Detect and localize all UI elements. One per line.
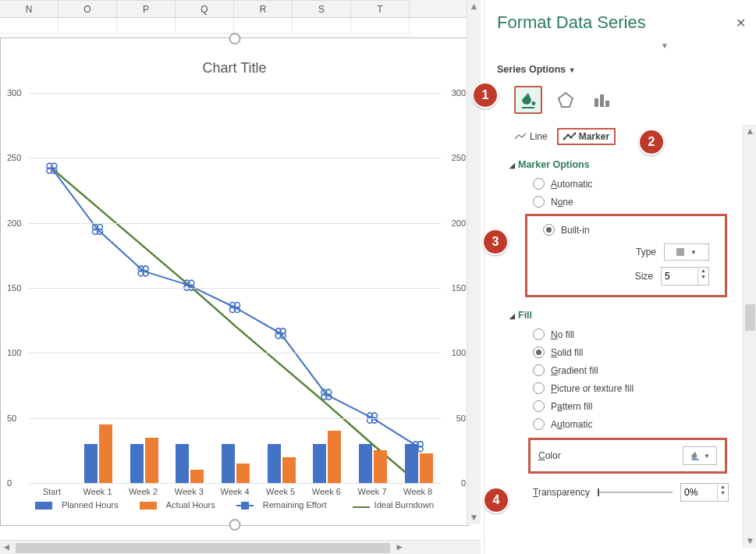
pane-vertical-scrollbar[interactable]: ▲ ▼ — [743, 125, 756, 548]
legend-planned[interactable]: Planned Hours — [30, 500, 123, 510]
series-options-dropdown[interactable]: Series Options ▼ — [484, 58, 756, 86]
tab-marker[interactable]: Marker — [557, 128, 616, 145]
scroll-up-arrow[interactable]: ▲ — [467, 0, 481, 13]
x-tick-label: Week 6 — [303, 487, 349, 496]
bar-actual[interactable] — [145, 438, 158, 483]
col-t[interactable]: T — [351, 0, 410, 17]
series-options-category-icon[interactable] — [589, 87, 614, 112]
y-tick-label: 50 — [7, 414, 16, 423]
legend-actual[interactable]: Actual Hours — [135, 500, 220, 510]
marker-builtin-option[interactable]: Built-in — [535, 221, 717, 239]
size-label: Size — [616, 271, 653, 282]
y2-tick-label: 100 — [452, 348, 466, 357]
col-r[interactable]: R — [234, 0, 293, 17]
fill-automatic-option[interactable]: Automatic — [492, 415, 736, 433]
x-tick-label: Week 4 — [212, 487, 257, 496]
transparency-label: Transparency — [533, 487, 590, 498]
scroll-down-arrow[interactable]: ▼ — [744, 534, 756, 548]
transparency-row: Transparency ▲▼ — [492, 477, 736, 502]
fill-picture-option[interactable]: Picture or texture fill — [492, 379, 736, 397]
y2-tick-label: 250 — [452, 153, 466, 162]
sheet-horizontal-scrollbar[interactable]: ◄ ► — [0, 540, 481, 554]
marker-size-input[interactable] — [662, 268, 697, 285]
legend-ideal[interactable]: Ideal Burndown — [343, 500, 438, 510]
fill-gradient-option[interactable]: Gradient fill — [492, 361, 736, 379]
scroll-right-arrow[interactable]: ► — [393, 541, 406, 554]
fill-color-button[interactable]: ▼ — [683, 446, 717, 465]
bar-planned[interactable] — [268, 444, 281, 483]
y2-tick-label: 150 — [452, 283, 466, 293]
col-o[interactable]: O — [59, 0, 117, 17]
transparency-spinner[interactable]: ▲▼ — [680, 483, 729, 502]
bar-planned[interactable] — [405, 444, 418, 483]
marker-size-spinner[interactable]: ▲▼ — [661, 267, 709, 286]
bar-actual[interactable] — [190, 470, 204, 483]
col-p[interactable]: P — [117, 0, 176, 17]
fill-solid-option[interactable]: Solid fill — [492, 343, 736, 361]
bar-planned[interactable] — [359, 444, 372, 483]
bar-actual[interactable] — [282, 457, 296, 483]
bar-planned[interactable] — [313, 444, 326, 483]
spreadsheet-area: N O P Q R S T Chart Title 00505010010015… — [0, 0, 481, 554]
scroll-left-arrow[interactable]: ◄ — [0, 541, 13, 554]
y-tick-label: 150 — [7, 283, 21, 293]
close-icon[interactable]: ✕ — [736, 16, 746, 30]
transparency-slider[interactable] — [598, 492, 673, 493]
y-tick-label: 100 — [7, 348, 21, 357]
fill-pattern-option[interactable]: Pattern fill — [492, 397, 736, 415]
section-marker-options[interactable]: ◢Marker Options — [492, 153, 736, 175]
plot-area[interactable]: 005050100100150150200200250250300300Star… — [29, 93, 441, 483]
column-header-row: N O P Q R S T — [0, 0, 481, 18]
callout-1: 1 — [472, 82, 499, 108]
tab-line[interactable]: Line — [514, 131, 548, 142]
marker-type-row: Type ▼ — [535, 239, 717, 262]
callout-2: 2 — [638, 129, 665, 155]
section-fill[interactable]: ◢Fill — [492, 304, 736, 325]
legend-remaining[interactable]: Remaining Effort — [232, 500, 332, 510]
remaining-effort-marker[interactable] — [230, 303, 240, 313]
x-tick-label: Start — [29, 487, 74, 496]
bar-actual[interactable] — [328, 431, 341, 483]
chart-legend[interactable]: Planned Hours Actual Hours Remaining Eff… — [1, 500, 468, 510]
row-2[interactable] — [0, 18, 481, 34]
marker-automatic-option[interactable]: Automatic — [492, 175, 736, 193]
svg-point-41 — [566, 134, 569, 137]
y-tick-label: 300 — [7, 88, 21, 98]
transparency-input[interactable] — [681, 484, 717, 501]
scroll-down-arrow[interactable]: ▼ — [467, 511, 481, 524]
col-q[interactable]: Q — [176, 0, 234, 17]
chart-resize-handle-bottom[interactable] — [229, 519, 240, 531]
sheet-vertical-scrollbar[interactable]: ▲ ▼ — [467, 0, 481, 524]
col-n[interactable]: N — [0, 0, 59, 17]
marker-size-row: Size ▲▼ — [535, 262, 717, 287]
chart-title[interactable]: Chart Title — [1, 60, 468, 76]
effects-category-icon[interactable] — [553, 87, 578, 112]
bar-planned[interactable] — [176, 444, 189, 483]
color-label: Color — [538, 450, 561, 461]
bar-actual[interactable] — [420, 453, 433, 483]
bar-planned[interactable] — [130, 444, 144, 483]
y2-tick-label: 0 — [461, 478, 466, 488]
scroll-up-arrow[interactable]: ▲ — [744, 125, 756, 138]
marker-type-dropdown[interactable]: ▼ — [664, 243, 709, 261]
fill-line-category-icon[interactable] — [514, 86, 542, 114]
bar-planned[interactable] — [84, 444, 98, 483]
x-tick-label: Week 3 — [166, 487, 211, 496]
bar-actual[interactable] — [99, 424, 112, 483]
pane-menu-dropdown[interactable]: ▼ — [661, 41, 669, 50]
chart-resize-handle-top[interactable] — [229, 33, 240, 44]
bar-planned[interactable] — [222, 444, 235, 483]
col-s[interactable]: S — [293, 0, 351, 17]
bar-actual[interactable] — [374, 450, 387, 483]
spinner-arrows[interactable]: ▲▼ — [697, 268, 708, 285]
bar-actual[interactable] — [236, 463, 250, 483]
chart-object[interactable]: Chart Title 0050501001001501502002002502… — [0, 37, 469, 526]
svg-rect-37 — [595, 98, 598, 107]
spinner-arrows[interactable]: ▲▼ — [717, 484, 728, 501]
line-marker-tabs: Line Marker — [492, 125, 736, 153]
scroll-thumb[interactable] — [16, 543, 390, 553]
x-tick-label: Week 7 — [350, 487, 395, 496]
fill-nofill-option[interactable]: No fill — [492, 325, 736, 343]
marker-none-option[interactable]: None — [492, 193, 736, 211]
scroll-thumb[interactable] — [745, 304, 755, 331]
